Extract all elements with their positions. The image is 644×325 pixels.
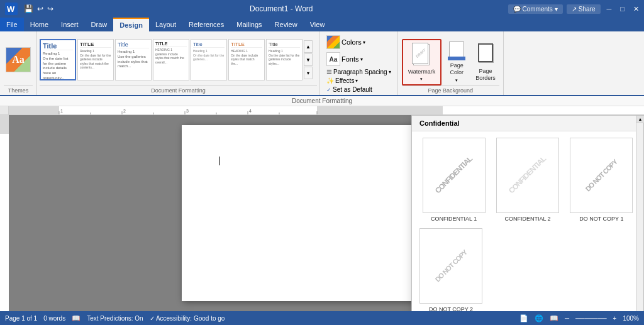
style-heading2[interactable]: Title Heading 1Use the galleries include… bbox=[115, 39, 152, 80]
fonts-icon: Aa bbox=[326, 52, 340, 66]
gallery-expand[interactable]: ▾ bbox=[304, 67, 313, 79]
svg-text:4: 4 bbox=[249, 109, 252, 113]
watermark-confidential1[interactable]: CONFIDENTIAL CONFIDENTIAL 1 bbox=[419, 138, 488, 222]
document-formatting-group: Title Reading 1On the date list for the … bbox=[37, 31, 320, 95]
watermark-donotcopy2[interactable]: DO NOT COPY DO NOT COPY 2 bbox=[419, 228, 482, 311]
confidential2-label: CONFIDENTIAL 2 bbox=[504, 216, 550, 222]
effects-chevron: ▾ bbox=[355, 78, 358, 84]
vertical-ruler bbox=[0, 115, 9, 311]
gallery-scroll-up[interactable]: ▲ bbox=[304, 40, 313, 53]
page-info[interactable]: Page 1 of 1 bbox=[5, 315, 37, 322]
themes-group-label: Themes bbox=[4, 85, 33, 94]
save-icon[interactable]: 💾 bbox=[23, 3, 35, 14]
close-icon[interactable]: ✕ bbox=[631, 4, 641, 14]
dropdown-scrollbar[interactable]: ▲ ▼ bbox=[636, 116, 643, 311]
document-formatting-label: Document Formatting bbox=[40, 85, 317, 94]
paragraph-spacing-button[interactable]: ☰ Paragraph Spacing ▾ bbox=[324, 68, 394, 76]
gallery-scroll-down[interactable]: ▼ bbox=[304, 53, 313, 66]
document-cursor[interactable] bbox=[219, 157, 220, 165]
page-borders-button[interactable]: PageBorders bbox=[472, 39, 499, 85]
restore-icon[interactable]: □ bbox=[618, 4, 627, 14]
share-icon: ↗ bbox=[572, 6, 577, 13]
text-predictions[interactable]: Text Predictions: On bbox=[87, 315, 143, 322]
svg-rect-3 bbox=[9, 106, 59, 115]
watermark-label: Watermark bbox=[408, 69, 436, 75]
tab-file[interactable]: File bbox=[0, 18, 24, 31]
themes-button[interactable]: Aa bbox=[4, 45, 33, 74]
quick-access-toolbar: 💾 ↩ ↪ bbox=[23, 3, 55, 14]
colors-button[interactable]: Colors ▾ bbox=[324, 34, 394, 50]
themes-icon: Aa bbox=[6, 47, 31, 72]
colors-swatch bbox=[326, 35, 340, 49]
page-color-chevron: ▾ bbox=[455, 78, 458, 83]
comments-icon: 💬 bbox=[513, 6, 521, 13]
style-normal[interactable]: Title Reading 1On the date list for the … bbox=[40, 39, 76, 80]
zoom-level[interactable]: 100% bbox=[623, 315, 639, 322]
zoom-out-btn[interactable]: ─ bbox=[565, 315, 569, 322]
tab-draw[interactable]: Draw bbox=[85, 18, 114, 31]
redo-icon[interactable]: ↪ bbox=[46, 3, 55, 14]
page-background-label: Page Background bbox=[402, 85, 499, 94]
page-color-icon bbox=[448, 41, 465, 60]
style-heading1[interactable]: TITLE Reading 1On the date list for the … bbox=[77, 39, 114, 80]
tab-view[interactable]: View bbox=[304, 18, 331, 31]
zoom-in-btn[interactable]: + bbox=[613, 315, 617, 322]
comments-button[interactable]: 💬 Comments ▾ bbox=[508, 4, 563, 14]
tab-insert[interactable]: Insert bbox=[55, 18, 85, 31]
donotcopy2-label: DO NOT COPY 2 bbox=[429, 306, 473, 311]
spelling-icon: 📖 bbox=[72, 314, 80, 322]
confidential1-label: CONFIDENTIAL 1 bbox=[431, 216, 477, 222]
document-formatting-bar: Document Formatting bbox=[0, 96, 644, 106]
watermark-icon: DRAFT bbox=[412, 43, 431, 67]
svg-rect-18 bbox=[0, 115, 9, 311]
word-logo: W bbox=[3, 2, 20, 16]
accessibility[interactable]: ✓ Accessibility: Good to go bbox=[150, 315, 225, 322]
word-count[interactable]: 0 words bbox=[43, 315, 65, 322]
colors-fonts-group: Colors ▾ Aa Fonts ▾ ☰ Paragraph Spacing … bbox=[320, 31, 398, 95]
minimize-icon[interactable]: ─ bbox=[604, 4, 614, 14]
watermark-confidential2[interactable]: CONFIDENTIAL CONFIDENTIAL 2 bbox=[493, 138, 562, 222]
status-bar: Page 1 of 1 0 words 📖 Text Predictions: … bbox=[0, 311, 644, 325]
watermark-dropdown: Confidential CONFIDENTIAL CONFIDENTIAL 1… bbox=[411, 115, 644, 311]
svg-text:3: 3 bbox=[186, 109, 189, 113]
effects-button[interactable]: ✨ Effects ▾ bbox=[324, 77, 394, 85]
svg-rect-19 bbox=[0, 115, 9, 134]
dropdown-section-header: Confidential bbox=[412, 116, 643, 131]
document-title: Document1 - Word bbox=[55, 4, 508, 13]
page-background-group: DRAFT Watermark ▾ PageColor ▾ bbox=[398, 31, 504, 95]
print-layout-btn[interactable]: 📄 bbox=[519, 314, 528, 322]
style-heading6[interactable]: Title Heading 1On the date list for the … bbox=[266, 39, 303, 80]
colors-chevron: ▾ bbox=[363, 40, 365, 45]
tab-layout[interactable]: Layout bbox=[149, 18, 182, 31]
page-borders-icon bbox=[477, 43, 494, 66]
tab-home[interactable]: Home bbox=[24, 18, 55, 31]
check-icon: ✓ bbox=[150, 315, 155, 322]
set-as-default-button[interactable]: ✓ Set as Default bbox=[324, 85, 394, 94]
svg-text:W: W bbox=[7, 4, 15, 14]
share-button[interactable]: ↗ Share bbox=[567, 4, 601, 14]
fonts-button[interactable]: Aa Fonts ▾ bbox=[324, 51, 394, 67]
watermark-chevron: ▾ bbox=[420, 77, 423, 82]
style-heading3[interactable]: TITLE HEADING 1galleries include styles … bbox=[153, 39, 189, 80]
fonts-chevron: ▾ bbox=[360, 57, 363, 62]
ribbon-tabs: File Home Insert Draw Design Layout Refe… bbox=[0, 18, 644, 31]
style-heading5[interactable]: TITLE HEADING 1On the date include style… bbox=[228, 39, 265, 80]
watermark-donotcopy1[interactable]: DO NOT COPY DO NOT COPY 1 bbox=[567, 138, 636, 222]
page-color-button[interactable]: PageColor ▾ bbox=[444, 39, 469, 85]
undo-icon[interactable]: ↩ bbox=[36, 3, 45, 14]
tab-review[interactable]: Review bbox=[269, 18, 304, 31]
zoom-slider[interactable]: ─────── bbox=[575, 315, 607, 322]
page-color-label: PageColor bbox=[450, 62, 464, 76]
doc-format-title: Document Formatting bbox=[292, 97, 352, 104]
scroll-up-button[interactable]: ▲ bbox=[636, 116, 644, 123]
tab-references[interactable]: References bbox=[182, 18, 230, 31]
para-chevron: ▾ bbox=[389, 69, 391, 75]
tab-mailings[interactable]: Mailings bbox=[230, 18, 268, 31]
web-view-btn[interactable]: 🌐 bbox=[535, 314, 543, 322]
tab-design[interactable]: Design bbox=[113, 18, 149, 31]
read-mode-btn[interactable]: 📖 bbox=[550, 314, 558, 322]
style-heading4[interactable]: Title Heading 1On the date list for the … bbox=[191, 39, 227, 80]
ribbon: Aa Themes Title Reading 1On the date lis… bbox=[0, 31, 644, 96]
watermark-button[interactable]: DRAFT Watermark ▾ bbox=[402, 39, 442, 85]
themes-group: Aa Themes bbox=[0, 31, 37, 95]
